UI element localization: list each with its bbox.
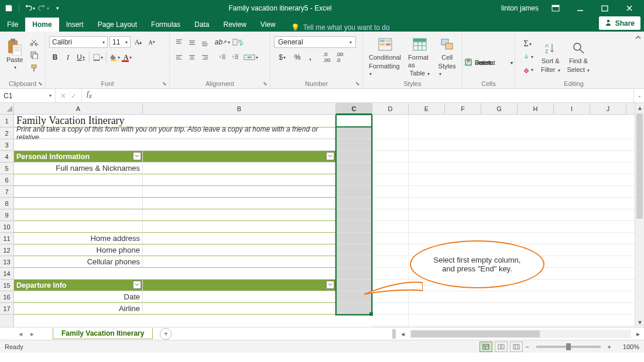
cell-b4[interactable] bbox=[143, 151, 336, 163]
expand-formula-bar-icon[interactable]: ⌄ bbox=[633, 89, 644, 102]
clipboard-dialog-launcher-icon[interactable]: ⬊ bbox=[37, 80, 44, 87]
cell-b7[interactable] bbox=[143, 186, 336, 198]
tab-file[interactable]: File bbox=[0, 18, 25, 32]
copy-icon[interactable] bbox=[28, 49, 40, 61]
row-header-6[interactable]: 6 bbox=[0, 174, 13, 186]
col-header-a[interactable]: A bbox=[14, 103, 143, 114]
font-dialog-launcher-icon[interactable]: ⬊ bbox=[161, 80, 168, 87]
sheet-tab[interactable]: Family Vacation Itinerary bbox=[53, 328, 153, 339]
cell-styles-button[interactable]: Cell Styles ▾ bbox=[436, 35, 458, 78]
tab-review[interactable]: Review bbox=[216, 18, 253, 32]
maximize-icon[interactable] bbox=[592, 0, 617, 16]
cell-a7[interactable] bbox=[14, 186, 143, 198]
cell-c10[interactable] bbox=[336, 221, 372, 233]
cell-c4[interactable] bbox=[336, 151, 372, 163]
accounting-format-icon[interactable]: $ ▾ bbox=[274, 51, 290, 63]
normal-view-icon[interactable] bbox=[479, 342, 492, 352]
enter-formula-icon[interactable]: ✓ bbox=[71, 92, 77, 100]
row-header-15[interactable]: 15 bbox=[0, 280, 13, 291]
hscroll-thumb[interactable] bbox=[411, 330, 540, 337]
row-header-2[interactable]: 2 bbox=[0, 127, 13, 139]
filter-icon[interactable] bbox=[133, 152, 141, 160]
row-header-10[interactable]: 10 bbox=[0, 221, 13, 233]
cell-a14[interactable] bbox=[14, 268, 336, 280]
row-header-8[interactable]: 8 bbox=[0, 198, 13, 209]
cell-c1[interactable] bbox=[336, 115, 372, 127]
cell-a13[interactable]: Cellular phones bbox=[14, 256, 143, 268]
save-icon[interactable] bbox=[2, 2, 15, 15]
col-header-i[interactable]: I bbox=[554, 103, 590, 114]
clear-icon[interactable]: ▾ bbox=[519, 64, 536, 75]
alignment-dialog-launcher-icon[interactable]: ⬊ bbox=[262, 80, 269, 87]
decrease-decimal-icon[interactable]: .00.0 bbox=[334, 51, 345, 63]
wrap-text-icon[interactable] bbox=[229, 36, 246, 48]
row-header-11[interactable]: 11 bbox=[0, 233, 13, 244]
fill-icon[interactable]: ▾ bbox=[519, 51, 536, 63]
cell-a10[interactable] bbox=[14, 221, 143, 233]
col-header-f[interactable]: F bbox=[445, 103, 481, 114]
col-header-b[interactable]: B bbox=[143, 103, 336, 114]
number-dialog-launcher-icon[interactable]: ⬊ bbox=[354, 80, 361, 87]
cell-a4[interactable]: Personal Information bbox=[14, 151, 143, 163]
underline-button[interactable]: U▾ bbox=[75, 51, 87, 63]
minimize-icon[interactable] bbox=[568, 0, 592, 16]
tab-insert[interactable]: Insert bbox=[59, 18, 91, 32]
paste-button[interactable]: Paste ▾ bbox=[4, 34, 26, 75]
name-box[interactable]: C1▾ bbox=[0, 89, 56, 102]
align-right-icon[interactable] bbox=[199, 51, 211, 63]
filter-icon[interactable] bbox=[326, 152, 334, 160]
sheet-nav-next-icon[interactable]: ▸ bbox=[30, 330, 34, 338]
cell-a12[interactable]: Home phone bbox=[14, 244, 143, 256]
scroll-right-icon[interactable]: ▸ bbox=[633, 329, 643, 339]
page-layout-view-icon[interactable] bbox=[495, 342, 508, 352]
format-cells-button[interactable]: Format▾ bbox=[463, 57, 515, 68]
decrease-indent-icon[interactable] bbox=[217, 51, 228, 63]
align-left-icon[interactable] bbox=[173, 51, 185, 63]
cell-b8[interactable] bbox=[143, 198, 336, 209]
increase-font-icon[interactable]: A▴ bbox=[132, 36, 144, 48]
row-header-5[interactable]: 5 bbox=[0, 163, 13, 174]
collapse-ribbon-icon[interactable] bbox=[632, 32, 644, 88]
format-as-table-button[interactable]: Format as Table ▾ bbox=[406, 35, 434, 78]
cell-a17[interactable]: Airline bbox=[14, 303, 143, 315]
cell-c14[interactable] bbox=[336, 268, 372, 280]
cell-b10[interactable] bbox=[143, 221, 336, 233]
autosum-icon[interactable]: Σ▾ bbox=[519, 38, 536, 50]
cell-a6[interactable] bbox=[14, 174, 143, 186]
tab-formulas[interactable]: Formulas bbox=[144, 18, 187, 32]
format-painter-icon[interactable] bbox=[28, 62, 40, 74]
cut-icon[interactable] bbox=[28, 36, 40, 48]
row-header-4[interactable]: 4 bbox=[0, 151, 13, 163]
select-all-corner[interactable] bbox=[0, 103, 14, 114]
qat-customize-icon[interactable]: ▾ bbox=[51, 2, 64, 15]
formula-input[interactable] bbox=[92, 89, 633, 102]
bold-button[interactable]: B bbox=[49, 51, 61, 63]
cell-a2[interactable]: Print and take a copy of this form with … bbox=[14, 127, 336, 139]
row-header-14[interactable]: 14 bbox=[0, 268, 13, 280]
cell-b16[interactable] bbox=[143, 291, 336, 303]
cell-c9[interactable] bbox=[336, 209, 372, 221]
align-bottom-icon[interactable] bbox=[199, 36, 211, 48]
find-select-button[interactable]: Find & Select ▾ bbox=[565, 39, 592, 74]
row-header-16[interactable]: 16 bbox=[0, 291, 13, 303]
font-color-icon[interactable]: A▾ bbox=[122, 51, 133, 63]
italic-button[interactable]: I bbox=[62, 51, 74, 63]
page-break-view-icon[interactable] bbox=[510, 342, 523, 352]
tab-split-handle[interactable] bbox=[392, 329, 396, 339]
zoom-level[interactable]: 100% bbox=[614, 343, 639, 350]
align-top-icon[interactable] bbox=[173, 36, 185, 48]
add-sheet-icon[interactable]: + bbox=[160, 328, 172, 340]
cell-c12[interactable] bbox=[336, 244, 372, 256]
scroll-thumb[interactable] bbox=[636, 113, 643, 219]
cell-a8[interactable] bbox=[14, 198, 143, 209]
row-header-7[interactable]: 7 bbox=[0, 186, 13, 198]
close-icon[interactable] bbox=[617, 0, 642, 16]
cell-b9[interactable] bbox=[143, 209, 336, 221]
align-middle-icon[interactable] bbox=[186, 36, 198, 48]
tab-home[interactable]: Home bbox=[25, 18, 59, 32]
orientation-icon[interactable]: ab↗▾ bbox=[217, 36, 228, 48]
scroll-left-icon[interactable]: ◂ bbox=[398, 329, 407, 339]
tab-view[interactable]: View bbox=[254, 18, 283, 32]
fx-icon[interactable]: fx bbox=[82, 89, 92, 102]
decrease-font-icon[interactable]: A▾ bbox=[146, 36, 157, 48]
